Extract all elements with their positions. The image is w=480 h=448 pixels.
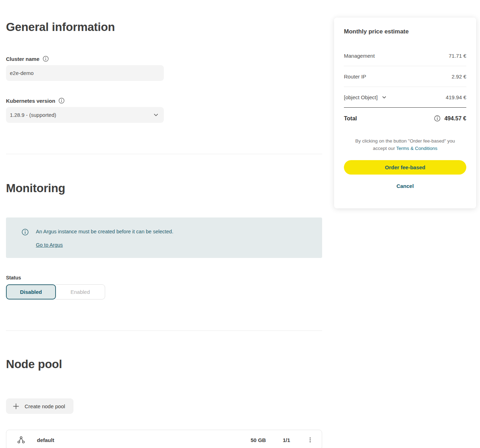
price-row-management: Management 71.71 €	[344, 45, 466, 66]
status-option-disabled[interactable]: Disabled	[6, 284, 56, 299]
price-row-value: 71.71 €	[449, 53, 466, 59]
section-divider	[6, 330, 322, 331]
cluster-name-field: Cluster name	[6, 56, 322, 81]
cluster-name-label: Cluster name	[6, 56, 39, 62]
status-label: Status	[6, 275, 322, 280]
terms-and-conditions-link[interactable]: Terms & Conditions	[396, 146, 437, 151]
node-pool-title: Node pool	[6, 358, 322, 371]
cluster-name-input[interactable]	[6, 65, 164, 81]
price-row-label: [object Object]	[344, 94, 378, 100]
create-node-pool-button[interactable]: Create node pool	[6, 398, 73, 414]
status-option-enabled[interactable]: Enabled	[56, 284, 105, 299]
total-label: Total	[344, 115, 357, 122]
chevron-down-icon	[153, 112, 159, 118]
go-to-argus-link[interactable]: Go to Argus	[36, 242, 63, 248]
price-row-router-ip: Router IP 2.92 €	[344, 66, 466, 87]
create-node-pool-label: Create node pool	[25, 403, 65, 409]
info-icon[interactable]	[434, 115, 441, 122]
total-value: 494.57 €	[444, 115, 466, 122]
info-icon[interactable]	[43, 56, 49, 62]
price-row-value: 419.94 €	[446, 94, 466, 100]
plus-icon	[12, 403, 20, 410]
kubernetes-version-field: Kubernetes version 1.28.9 - (supported)	[6, 97, 322, 123]
monitoring-title: Monitoring	[6, 182, 322, 195]
price-estimate-title: Monthly price estimate	[344, 28, 466, 35]
kubernetes-version-select[interactable]: 1.28.9 - (supported)	[6, 107, 164, 123]
price-estimate-card: Monthly price estimate Management 71.71 …	[334, 18, 476, 208]
cancel-button[interactable]: Cancel	[396, 183, 414, 189]
total-row: Total 494.57 €	[344, 108, 466, 122]
chevron-down-icon[interactable]	[382, 95, 387, 100]
section-divider	[6, 154, 322, 154]
terms-text: By clicking on the button "Order fee-bas…	[352, 137, 458, 152]
status-toggle-group: Disabled Enabled	[6, 284, 322, 299]
argus-info-alert: An Argus instance must be created before…	[6, 217, 322, 258]
kebab-menu-button[interactable]	[306, 435, 315, 444]
node-pool-icon	[17, 436, 25, 444]
kubernetes-version-selected-value: 1.28.9 - (supported)	[10, 112, 56, 118]
price-rows: Management 71.71 € Router IP 2.92 € [obj…	[344, 45, 466, 108]
alert-message: An Argus instance must be created before…	[36, 228, 173, 235]
price-row-node-pools: [object Object] 419.94 €	[344, 87, 466, 108]
node-pool-storage: 50 GB	[251, 437, 266, 443]
general-information-title: General information	[6, 20, 322, 34]
price-row-value: 2.92 €	[452, 74, 466, 80]
cluster-create-page: General information Cluster name Kuberne…	[0, 0, 480, 448]
status-block: Status Disabled Enabled	[6, 275, 322, 299]
info-icon	[21, 228, 29, 236]
price-row-label: Management	[344, 53, 375, 59]
info-icon[interactable]	[58, 97, 65, 104]
price-row-label: Router IP	[344, 74, 366, 80]
node-pool-row[interactable]: default 50 GB 1/1	[6, 430, 322, 448]
kubernetes-version-label: Kubernetes version	[6, 98, 55, 104]
node-pool-name: default	[37, 437, 54, 443]
main-content: General information Cluster name Kuberne…	[0, 0, 322, 448]
node-pool-node-count: 1/1	[283, 437, 290, 443]
order-fee-based-button[interactable]: Order fee-based	[344, 160, 466, 175]
